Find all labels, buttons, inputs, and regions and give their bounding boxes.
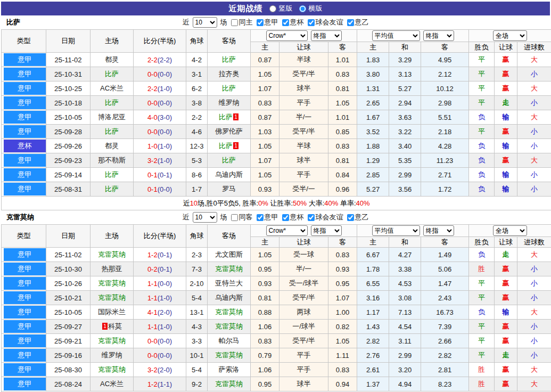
home-team-name: 克雷莫纳 <box>98 365 126 373</box>
handicap-result-cell: 赢 <box>495 81 517 96</box>
halftime-score: (2-0) <box>158 366 172 374</box>
avg-draw-cell: 3.29 <box>389 53 421 67</box>
score-cell: 4-0(3-0) <box>134 110 186 125</box>
league-checkbox-label[interactable]: 球会友谊 <box>308 213 343 222</box>
recent-count-select[interactable]: 10 <box>193 212 217 223</box>
score-cell: 0-0(0-0) <box>134 125 186 139</box>
fulltime-score: 1-1 <box>147 294 158 302</box>
odds_group-select[interactable]: Crow* <box>266 225 308 236</box>
same-side-checkbox[interactable] <box>231 214 238 221</box>
goals-result-cell: 大 <box>517 363 551 377</box>
result-cell: 平 <box>469 96 495 110</box>
layout-radio-vertical[interactable]: 竖版 <box>269 4 293 13</box>
odds-home-cell: 0.81 <box>251 291 279 305</box>
result_group-select[interactable]: 全场 <box>493 225 527 236</box>
league-type-cell: 意甲 <box>2 67 46 81</box>
away-team-name: 拉齐奥 <box>219 70 240 78</box>
halftime-score: (1-0) <box>158 157 172 165</box>
same-side-checkbox-label[interactable]: 同主 <box>231 18 253 27</box>
league-type-cell: 意甲 <box>2 81 46 96</box>
avg-home-cell: 6.67 <box>357 248 389 262</box>
horizontal-layout-radio[interactable] <box>299 5 306 12</box>
league-type-badge: 意甲 <box>4 334 46 347</box>
avg_group-select[interactable]: 平均值 <box>372 30 420 41</box>
sub-col-header: 主 <box>251 42 279 53</box>
home-team-cell: AC米兰 <box>91 377 134 391</box>
avg-draw-cell: 3.13 <box>389 67 421 81</box>
league-checkbox[interactable] <box>282 19 289 26</box>
avg_group-select[interactable]: 终指 <box>423 30 454 41</box>
result-cell: 胜 <box>469 262 495 276</box>
avg-draw-cell: 3.11 <box>389 334 421 348</box>
away-team-cell: 克雷莫纳 <box>208 305 251 320</box>
league-checkbox[interactable] <box>257 214 264 221</box>
home-team-name: 比萨 <box>105 99 119 107</box>
league-checkbox-label[interactable]: 球会友谊 <box>308 18 343 27</box>
handicap-result-cell: 输 <box>495 110 517 125</box>
recent-label: 近 <box>183 213 190 222</box>
red-card-badge: 1 <box>233 142 239 149</box>
league-checkbox-label[interactable]: 意甲 <box>257 213 278 222</box>
result-cell: 平 <box>469 348 495 363</box>
league-checkbox[interactable] <box>347 19 354 26</box>
odds-away-cell: 0.84 <box>328 168 357 182</box>
result-cell: 平 <box>469 320 495 334</box>
sub-col-header: 胜负 <box>469 42 495 53</box>
avg_group-header: 平均值终指 <box>357 225 469 237</box>
odds-home-cell: 1.05 <box>251 67 279 81</box>
corner-cell: 4-3 <box>186 320 208 334</box>
fulltime-score: 1-1 <box>147 280 158 288</box>
league-checkbox[interactable] <box>347 214 354 221</box>
halftime-score: (2-2) <box>158 56 172 64</box>
league-checkbox-label[interactable]: 意甲 <box>257 18 278 27</box>
league-checkbox-label[interactable]: 意杯 <box>282 213 304 222</box>
sub-col-header: 主 <box>357 237 389 248</box>
match-row: 意甲25-09-21克雷莫纳0-0(0-0)3-3帕尔马0.83受平/半1.05… <box>2 334 551 348</box>
avg-away-cell: 1.72 <box>421 182 469 197</box>
odds-away-cell: 0.83 <box>328 139 357 153</box>
odds-home-cell: 1.07 <box>251 153 279 168</box>
odds_group-select[interactable]: 终指 <box>311 30 342 41</box>
match-row: 意甲25-10-25AC米兰2-2(1-0)6-2比萨1.07球半0.811.3… <box>2 81 551 96</box>
score-cell: 0-0(0-0) <box>134 348 186 363</box>
date-cell: 25-10-26 <box>46 276 91 291</box>
vertical-layout-radio[interactable] <box>269 5 276 12</box>
league-type-badge: 意甲 <box>4 96 46 109</box>
goals-result-cell: 小 <box>517 67 551 81</box>
summary-stat-value: 40% <box>324 199 338 207</box>
fulltime-score: 2-2 <box>147 56 158 64</box>
league-checkbox-label[interactable]: 意杯 <box>282 18 304 27</box>
same-side-checkbox-label[interactable]: 同客 <box>231 213 253 222</box>
odds_group-select[interactable]: 终指 <box>311 225 342 236</box>
avg-home-cell: 1.43 <box>357 320 389 334</box>
summary-stat-label: 大率: <box>307 199 324 207</box>
avg-away-cell: 5.51 <box>421 110 469 125</box>
date-cell: 25-09-26 <box>46 139 91 153</box>
league-checkbox[interactable] <box>257 19 264 26</box>
league-type-badge: 意甲 <box>4 363 46 376</box>
layout-radio-horizontal[interactable]: 横版 <box>299 4 323 13</box>
league-checkbox[interactable] <box>282 214 289 221</box>
team-sections: 比萨近10场同主意甲意杯球会友谊意乙类型日期主场比分(半场)角球客场Crow*终… <box>0 15 551 392</box>
result_group-select[interactable]: 全场 <box>493 30 527 41</box>
league-checkbox[interactable] <box>308 19 315 26</box>
avg-away-cell: 5.06 <box>421 262 469 276</box>
league-type-cell: 意甲 <box>2 305 46 320</box>
league-type-badge: 意甲 <box>4 349 46 362</box>
halftime-score: (1-0) <box>158 294 172 302</box>
corner-cell: 5-3 <box>186 153 208 168</box>
league-checkbox-label[interactable]: 意乙 <box>347 213 369 222</box>
avg_group-select[interactable]: 平均值 <box>372 225 420 236</box>
same-side-checkbox[interactable] <box>231 19 238 26</box>
away-team-name: 克雷莫纳 <box>215 308 243 316</box>
odds_group-select[interactable]: Crow* <box>266 30 308 41</box>
score-cell: 0-2(0-1) <box>134 262 186 276</box>
recent-count-select[interactable]: 10 <box>193 17 217 28</box>
home-team-name: 克雷莫纳 <box>98 250 126 258</box>
league-checkbox-label[interactable]: 意乙 <box>347 18 369 27</box>
avg-away-cell: 16.73 <box>421 305 469 320</box>
away-team-cell: 乌迪内斯 <box>208 291 251 305</box>
corner-cell: 13-1 <box>186 305 208 320</box>
league-checkbox[interactable] <box>308 214 315 221</box>
avg_group-select[interactable]: 终指 <box>423 225 454 236</box>
